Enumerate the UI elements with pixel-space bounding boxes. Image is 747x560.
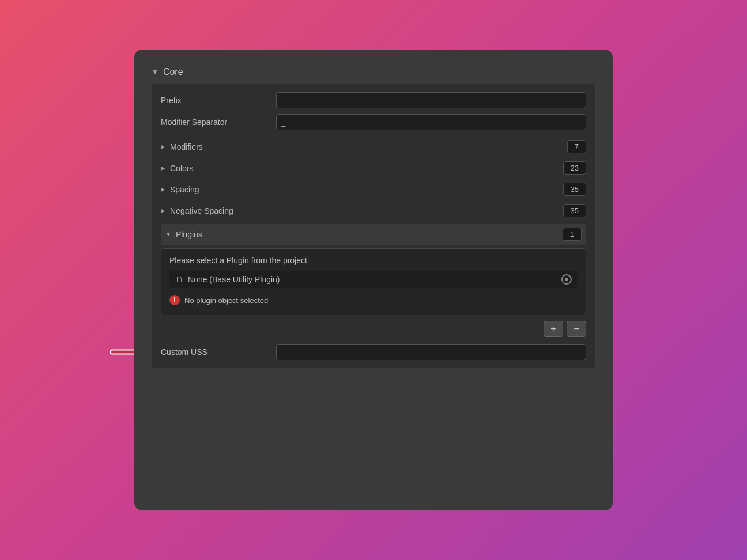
warning-icon: ! — [169, 295, 180, 305]
colors-count: 23 — [563, 161, 586, 175]
negative-spacing-label: Negative Spacing — [170, 206, 563, 215]
add-plugin-button[interactable]: + — [544, 321, 563, 337]
modifiers-row[interactable]: ▶ Modifiers 7 — [161, 136, 586, 157]
colors-expand-icon: ▶ — [161, 165, 165, 171]
plugins-label: Plugins — [176, 230, 563, 239]
plugin-file-icon: 🗋 — [175, 275, 183, 284]
custom-uss-label: Custom USS — [161, 347, 276, 357]
negative-spacing-expand-icon: ▶ — [161, 207, 165, 214]
modifier-separator-row: Modifier Separator — [161, 114, 586, 130]
colors-label: Colors — [170, 164, 563, 173]
core-section-label: Core — [163, 67, 183, 77]
spacing-count: 35 — [563, 183, 586, 196]
plugin-warning-text: No plugin object selected — [184, 296, 268, 305]
core-section-header[interactable]: ▼ Core — [152, 67, 595, 77]
custom-uss-row: Custom USS — [161, 344, 586, 360]
custom-uss-input[interactable] — [276, 344, 586, 360]
plugin-select-prompt: Please select a Plugin from the project — [169, 256, 578, 265]
plugin-warning-row: ! No plugin object selected — [169, 293, 578, 308]
spacing-expand-icon: ▶ — [161, 186, 165, 192]
plugins-header-row[interactable]: ▼ Plugins 1 — [161, 224, 586, 245]
negative-spacing-count: 35 — [563, 204, 586, 217]
modifier-separator-label: Modifier Separator — [161, 118, 276, 127]
plugin-radio-inner — [565, 278, 568, 281]
plugin-radio-button[interactable] — [561, 274, 572, 285]
spacing-row[interactable]: ▶ Spacing 35 — [161, 179, 586, 200]
modifier-separator-input[interactable] — [276, 114, 586, 130]
plugins-expand-icon: ▼ — [165, 231, 171, 237]
prefix-label: Prefix — [161, 96, 276, 105]
modifiers-label: Modifiers — [170, 142, 567, 152]
prefix-row: Prefix — [161, 92, 586, 108]
plugin-dropdown[interactable]: 🗋 None (Base Utility Plugin) — [169, 271, 578, 288]
core-collapse-icon: ▼ — [152, 68, 159, 76]
plugin-actions: + − — [161, 321, 586, 337]
main-panel: ▼ Core Prefix Modifier Separator ▶ Modif… — [134, 50, 613, 510]
modifiers-expand-icon: ▶ — [161, 143, 165, 150]
modifiers-count: 7 — [567, 140, 586, 153]
plugins-inner-panel: Please select a Plugin from the project … — [161, 248, 586, 315]
prefix-input[interactable] — [276, 92, 586, 108]
remove-plugin-button[interactable]: − — [567, 321, 586, 337]
spacing-label: Spacing — [170, 185, 563, 194]
core-inner-panel: Prefix Modifier Separator ▶ Modifiers 7 … — [152, 84, 595, 368]
plugin-selected-name: None (Base Utility Plugin) — [188, 275, 561, 284]
negative-spacing-row[interactable]: ▶ Negative Spacing 35 — [161, 200, 586, 221]
plugins-count: 1 — [563, 228, 582, 241]
colors-row[interactable]: ▶ Colors 23 — [161, 157, 586, 179]
